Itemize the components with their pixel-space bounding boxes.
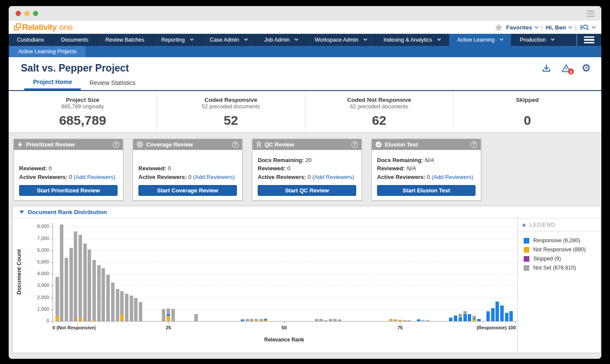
window-controls [16,11,38,16]
rank-distribution-chart: Document Count 01,0002,0003,0004,0005,00… [13,218,517,353]
chevron-down-icon[interactable] [535,24,539,29]
card-title: Prioritized Review [26,141,75,148]
panel-header[interactable]: Document Rank Distribution [13,206,600,218]
qc-review-card: QC Review ? Docs Remaining: 20 Reviewed:… [252,139,362,201]
elusion-test-card: Elusion Test ? Docs Remaining: N/A Revie… [371,139,481,201]
desktop: Relativity · one Favorites | Hi, Ben | [0,0,610,364]
nav-tab-production[interactable]: Production [512,34,563,46]
logo-primary-text: Relativity [22,23,56,31]
nav-tab-reporting[interactable]: Reporting [153,34,201,46]
maximize-window-button[interactable] [33,11,38,16]
stat-value: 62 [305,113,453,128]
favorites-star-icon [495,23,503,31]
alerts-warning-icon[interactable]: 3 [561,63,571,73]
chevron-down-icon [364,37,367,41]
separator: | [575,24,577,31]
separator: | [541,24,543,31]
stat-value: 685,789 [9,113,157,128]
collapse-chevrons-icon: » [522,222,526,228]
chevron-down-icon [437,37,441,41]
minimize-window-button[interactable] [24,11,30,16]
add-reviewers-link[interactable]: (Add Reviewers) [432,174,473,180]
stat-skipped: Skipped 0 [453,91,601,132]
help-icon[interactable]: ? [232,141,239,148]
coverage-review-card: Coverage Review ? Reviewed: 0 Active Rev… [133,139,243,201]
legend-item-not-responsive[interactable]: Not Responsive (890) [524,247,600,253]
browser-menu-icon[interactable] [587,10,594,17]
nav-tab-workspace-admin[interactable]: Workspace Admin [306,34,375,46]
help-icon[interactable]: ? [471,141,477,148]
chevron-down-icon[interactable] [568,24,573,29]
card-title: Coverage Review [146,141,193,148]
page-header: Salt vs. Pepper Project [9,57,601,91]
start-qc-review-button[interactable]: Start QC Review [258,185,356,196]
page-title: Salt vs. Pepper Project [21,62,129,74]
start-prioritized-review-button[interactable]: Start Prioritized Review [19,185,118,196]
check-circle-icon [375,141,382,148]
window-titlebar [9,6,601,21]
nav-tab-review-batches[interactable]: Review Batches [97,34,153,46]
app-window: Relativity · one Favorites | Hi, Ben | [9,6,601,359]
chevron-down-icon[interactable] [592,24,596,29]
lightning-icon [17,141,23,148]
prioritized-review-card: Prioritized Review ? Reviewed: 0 Active … [13,139,123,201]
main-nav: Custodians Documents Review Batches Repo… [9,34,601,46]
nav-tab-case-admin[interactable]: Case Admin [202,34,256,46]
stat-label: Project Size [9,97,157,103]
stat-project-size: Project Size 685,789 originally 685,789 [9,91,157,132]
logo-dot: · [57,23,59,28]
subnav-item-active-learning-projects[interactable]: Active Learning Projects [10,46,85,57]
start-coverage-review-button[interactable]: Start Coverage Review [138,185,237,196]
stat-coded-responsive: Coded Responsive 52 precoded documents 5… [157,91,305,132]
stat-sublabel: 52 precoded documents [157,104,305,110]
legend-item-not-set[interactable]: Not Set (678,610) [524,265,600,271]
tab-project-home[interactable]: Project Home [24,75,81,90]
stat-sublabel: 685,789 originally [9,104,157,110]
document-rank-distribution-panel: Document Rank Distribution Document Coun… [12,206,601,353]
help-icon[interactable]: ? [351,141,358,148]
export-download-icon[interactable] [541,63,551,73]
app-header: Relativity · one Favorites | Hi, Ben | [9,21,601,34]
stats-strip: Project Size 685,789 originally 685,789 … [9,91,601,132]
start-elusion-test-button[interactable]: Start Elusion Test [377,185,476,196]
legend-swatch-0 [524,238,529,244]
legend-item-skipped[interactable]: Skipped (9) [524,256,600,262]
nav-tab-custodians[interactable]: Custodians [9,34,53,46]
search-icon[interactable] [580,23,589,31]
chevron-down-icon [244,37,248,41]
nav-tab-indexing-analytics[interactable]: Indexing & Analytics [375,34,449,46]
medal-icon [256,141,262,148]
nav-tab-job-admin[interactable]: Job Admin [256,34,306,46]
stat-label: Coded Responsive [157,97,305,103]
close-window-button[interactable] [16,11,21,16]
legend-item-responsive[interactable]: Responsive (6,280) [524,237,600,244]
add-reviewers-link[interactable]: (Add Reviewers) [74,174,115,180]
relativity-logo-icon [14,23,21,31]
nav-hamburger-icon[interactable] [576,34,601,46]
stat-label: Coded Not Responsive [305,97,453,103]
logo-secondary-text: one [59,23,73,31]
stat-value: 0 [453,113,601,128]
nav-tab-documents[interactable]: Documents [53,34,97,46]
tab-review-statistics[interactable]: Review Statistics [81,75,144,90]
favorites-menu[interactable]: Favorites [506,24,532,31]
legend-swatch-2 [524,256,529,262]
collapse-triangle-icon [20,211,24,214]
relativity-one-logo[interactable]: Relativity · one [14,23,73,31]
chevron-down-icon [551,37,554,41]
card-title: Elusion Test [385,141,418,148]
help-icon[interactable]: ? [113,141,119,148]
sub-nav: Active Learning Projects [9,46,601,57]
card-title: QC Review [265,141,294,148]
settings-gear-icon[interactable]: ⚙ [581,63,591,73]
add-reviewers-link[interactable]: (Add Reviewers) [312,174,354,180]
user-menu[interactable]: Hi, Ben [546,24,566,31]
add-reviewers-link[interactable]: (Add Reviewers) [193,174,235,180]
plot-area: 01,0002,0003,0004,0005,0006,0007,0008,00… [13,218,517,353]
legend-header[interactable]: » LEGEND [518,218,600,231]
page-content: Salt vs. Pepper Project [9,57,601,359]
nav-tab-active-learning[interactable]: Active Learning [449,34,512,46]
chevron-down-icon [190,37,193,41]
panel-title: Document Rank Distribution [28,209,107,215]
target-icon [137,141,143,148]
